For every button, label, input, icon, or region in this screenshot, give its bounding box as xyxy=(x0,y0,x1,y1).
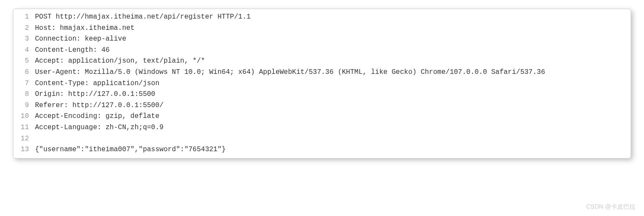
line-content: {"username":"itheima007","password":"765… xyxy=(35,144,631,156)
line-content: Accept-Language: zh-CN,zh;q=0.9 xyxy=(35,122,631,133)
code-line: 4Content-Length: 46 xyxy=(13,45,631,56)
line-content: User-Agent: Mozilla/5.0 (Windows NT 10.0… xyxy=(35,67,631,78)
code-line: 3Connection: keep-alive xyxy=(13,34,631,45)
line-number: 2 xyxy=(13,23,35,34)
line-content: Origin: http://127.0.0.1:5500 xyxy=(35,89,631,100)
line-number: 4 xyxy=(13,45,35,56)
code-line: 10Accept-Encoding: gzip, deflate xyxy=(13,111,631,122)
line-number: 1 xyxy=(13,12,35,23)
line-content: Content-Length: 46 xyxy=(35,45,631,56)
line-content: Connection: keep-alive xyxy=(35,34,631,45)
line-number: 12 xyxy=(13,133,35,145)
line-number: 6 xyxy=(13,67,35,78)
code-line: 12 xyxy=(13,133,631,145)
code-line: 6User-Agent: Mozilla/5.0 (Windows NT 10.… xyxy=(13,67,631,78)
code-line: 11Accept-Language: zh-CN,zh;q=0.9 xyxy=(13,122,631,133)
line-number: 5 xyxy=(13,56,35,67)
line-number: 7 xyxy=(13,78,35,89)
code-line: 2Host: hmajax.itheima.net xyxy=(13,23,631,34)
line-content: Accept-Encoding: gzip, deflate xyxy=(35,111,631,122)
code-line: 8Origin: http://127.0.0.1:5500 xyxy=(13,89,631,100)
line-number: 13 xyxy=(13,144,35,156)
code-line: 7Content-Type: application/json xyxy=(13,78,631,89)
code-line: 9Referer: http://127.0.0.1:5500/ xyxy=(13,100,631,111)
code-line: 13{"username":"itheima007","password":"7… xyxy=(13,144,631,156)
line-number: 10 xyxy=(13,111,35,122)
line-content: Accept: application/json, text/plain, */… xyxy=(35,56,631,67)
line-content: Referer: http://127.0.0.1:5500/ xyxy=(35,100,631,111)
code-lines-container: 1POST http://hmajax.itheima.net/api/regi… xyxy=(13,12,631,156)
line-content: Host: hmajax.itheima.net xyxy=(35,23,631,34)
line-number: 9 xyxy=(13,100,35,111)
line-content: Content-Type: application/json xyxy=(35,78,631,89)
code-line: 1POST http://hmajax.itheima.net/api/regi… xyxy=(13,12,631,23)
line-number: 11 xyxy=(13,122,35,133)
line-content: POST http://hmajax.itheima.net/api/regis… xyxy=(35,12,631,23)
code-panel: 1POST http://hmajax.itheima.net/api/regi… xyxy=(13,9,631,159)
code-line: 5Accept: application/json, text/plain, *… xyxy=(13,56,631,67)
line-number: 3 xyxy=(13,34,35,45)
line-number: 8 xyxy=(13,89,35,100)
